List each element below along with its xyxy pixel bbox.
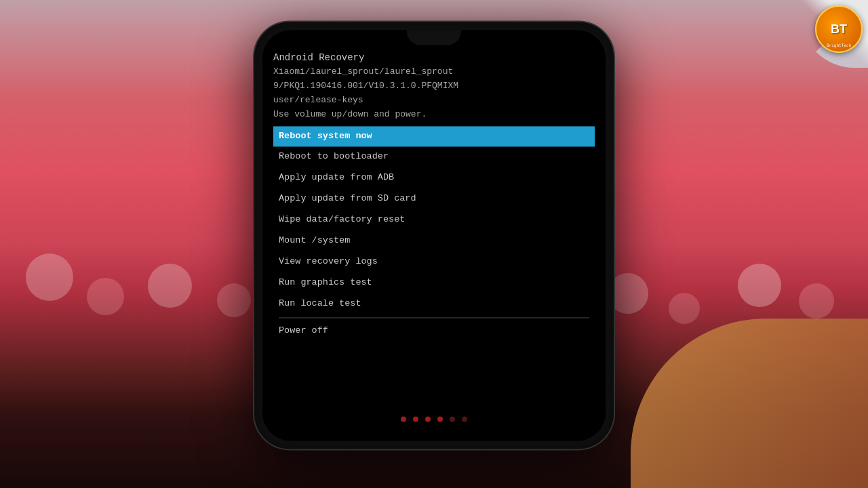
recovery-hint: Use volume up/down and power.	[273, 108, 595, 122]
android-recovery-screen: Android Recovery Xiaomi/laurel_sprout/la…	[262, 30, 606, 441]
dot-6	[462, 416, 467, 422]
menu-item-label: View recovery logs	[279, 256, 378, 266]
menu-item-view-logs[interactable]: View recovery logs	[273, 251, 595, 272]
menu-item-graphics-test[interactable]: Run graphics test	[273, 272, 595, 293]
recovery-version: 9/PKQ1.190416.001/V10.3.1.0.PFQMIXM	[273, 80, 595, 94]
menu-item-label: Power off	[279, 325, 328, 336]
recovery-menu: Reboot system now Reboot to bootloader A…	[273, 126, 595, 411]
menu-item-label: Reboot to bootloader	[279, 152, 389, 162]
menu-item-label: Run graphics test	[279, 277, 372, 287]
menu-item-apply-sd[interactable]: Apply update from SD card	[273, 189, 595, 210]
dot-5	[450, 416, 455, 422]
dot-4	[437, 416, 443, 422]
menu-item-reboot-system[interactable]: Reboot system now	[273, 126, 595, 147]
watermark-text: BT	[831, 22, 847, 37]
menu-item-power-off[interactable]: Power off	[273, 321, 595, 342]
menu-item-apply-adb[interactable]: Apply update from ADB	[273, 168, 595, 189]
menu-divider	[279, 317, 589, 318]
watermark-logo: BT BrightTech	[815, 5, 863, 53]
menu-item-label: Run locale test	[279, 298, 361, 308]
recovery-device: Xiaomi/laurel_sprout/laurel_sprout	[273, 66, 595, 80]
recovery-title: Android Recovery	[273, 50, 595, 65]
menu-item-reboot-bootloader[interactable]: Reboot to bootloader	[273, 147, 595, 168]
recovery-keys: user/release-keys	[273, 94, 595, 108]
dot-1	[401, 416, 406, 422]
dot-2	[413, 416, 418, 422]
bottom-indicator	[273, 411, 595, 427]
menu-item-wipe-data[interactable]: Wipe data/factory reset	[273, 210, 595, 231]
menu-item-label: Wipe data/factory reset	[279, 215, 405, 225]
menu-item-label: Apply update from SD card	[279, 194, 416, 204]
phone-screen: Android Recovery Xiaomi/laurel_sprout/la…	[262, 30, 606, 441]
dot-3	[425, 416, 431, 422]
phone-notch	[407, 30, 461, 45]
menu-item-label: Mount /system	[279, 235, 350, 245]
menu-item-locale-test[interactable]: Run locale test	[273, 293, 595, 314]
menu-item-mount-system[interactable]: Mount /system	[273, 230, 595, 251]
menu-item-label: Apply update from ADB	[279, 173, 394, 183]
menu-item-label: Reboot system now	[279, 131, 372, 141]
watermark-subtitle: BrightTech	[827, 43, 851, 47]
recovery-header: Android Recovery Xiaomi/laurel_sprout/la…	[273, 50, 595, 122]
phone-body: Android Recovery Xiaomi/laurel_sprout/la…	[254, 22, 614, 449]
